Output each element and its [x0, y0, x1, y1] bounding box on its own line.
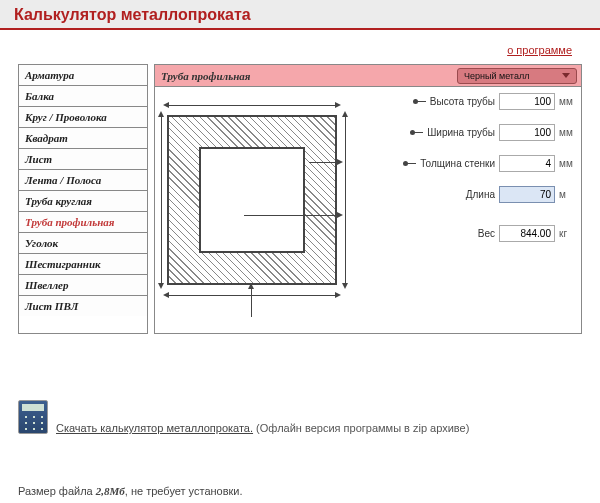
material-select[interactable]: Черный металл — [457, 68, 577, 84]
field-label-height: Высота трубы — [430, 96, 495, 107]
sidebar-item-4[interactable]: Лист — [19, 149, 147, 170]
unit-width: мм — [559, 127, 575, 138]
unit-weight: кг — [559, 228, 575, 239]
field-length: Длина м — [375, 186, 575, 203]
filesize-note: Размер файла 2,8Мб, не требует установки… — [18, 485, 243, 497]
page-title: Калькулятор металлопроката — [14, 6, 586, 24]
field-label-weight: Вес — [478, 228, 495, 239]
height-input[interactable] — [499, 93, 555, 110]
sidebar-item-10[interactable]: Швеллер — [19, 275, 147, 296]
fields: Высота трубы мм Ширина трубы мм Толщина … — [375, 93, 575, 242]
panel-title: Труба профильная — [155, 70, 457, 82]
sidebar-item-5[interactable]: Лента / Полоса — [19, 170, 147, 191]
weight-output[interactable] — [499, 225, 555, 242]
sidebar-item-6[interactable]: Труба круглая — [19, 191, 147, 212]
sidebar-item-9[interactable]: Шестигранник — [19, 254, 147, 275]
field-label-length: Длина — [466, 189, 495, 200]
download-block: Скачать калькулятор металлопроката. (Офл… — [18, 400, 469, 434]
unit-height: мм — [559, 96, 575, 107]
profile-diagram — [167, 115, 337, 285]
unit-wall: мм — [559, 158, 575, 169]
field-wall: Толщина стенки мм — [375, 155, 575, 172]
sidebar-item-0[interactable]: Арматура — [19, 65, 147, 86]
download-link[interactable]: Скачать калькулятор металлопроката. — [56, 422, 253, 434]
unit-length: м — [559, 189, 575, 200]
sidebar-item-2[interactable]: Круг / Проволока — [19, 107, 147, 128]
sidebar-item-3[interactable]: Квадрат — [19, 128, 147, 149]
field-width: Ширина трубы мм — [375, 124, 575, 141]
header: Калькулятор металлопроката — [0, 0, 600, 30]
main-panel: Труба профильная Черный металл — [154, 64, 582, 334]
length-input[interactable] — [499, 186, 555, 203]
sidebar-item-1[interactable]: Балка — [19, 86, 147, 107]
field-label-width: Ширина трубы — [427, 127, 495, 138]
sidebar-item-11[interactable]: Лист ПВЛ — [19, 296, 147, 316]
download-note: (Офлайн версия программы в zip архиве) — [256, 422, 469, 434]
sidebar-item-7[interactable]: Труба профильная — [19, 212, 147, 233]
sidebar: АрматураБалкаКруг / ПроволокаКвадратЛист… — [18, 64, 148, 334]
field-height: Высота трубы мм — [375, 93, 575, 110]
material-select-value: Черный металл — [464, 71, 529, 81]
sidebar-item-8[interactable]: Уголок — [19, 233, 147, 254]
field-weight: Вес кг — [375, 225, 575, 242]
wall-input[interactable] — [499, 155, 555, 172]
field-label-wall: Толщина стенки — [420, 158, 495, 169]
calculator-icon — [18, 400, 48, 434]
about-link[interactable]: о программе — [507, 44, 572, 56]
chevron-down-icon — [562, 73, 570, 78]
width-input[interactable] — [499, 124, 555, 141]
